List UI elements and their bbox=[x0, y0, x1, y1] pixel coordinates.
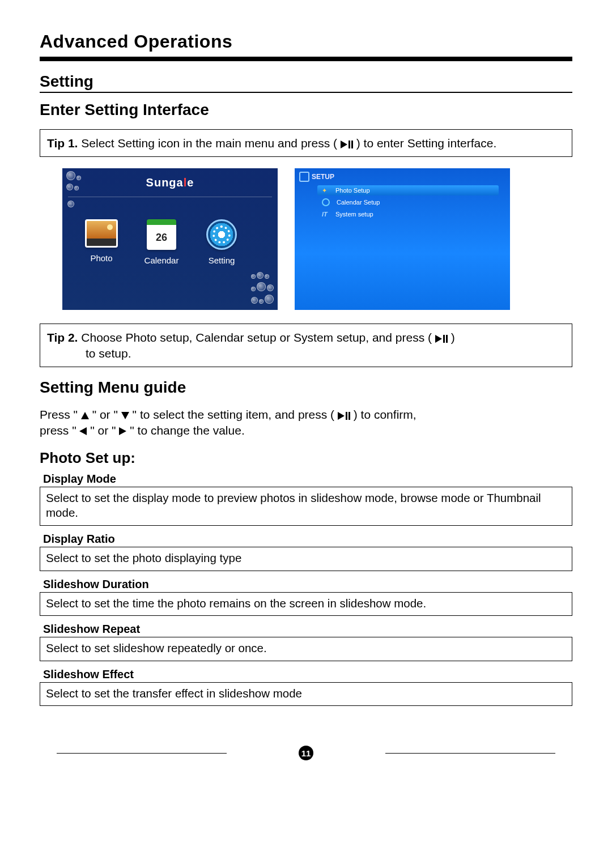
screenshots-row: Sungale Photo 26 Calendar Setting bbox=[62, 168, 572, 310]
brand-part-c: e bbox=[187, 176, 194, 189]
up-arrow-icon bbox=[81, 412, 89, 419]
mg-c: " to select the setting item, and press … bbox=[133, 408, 334, 421]
mg-f: " or " bbox=[90, 424, 116, 437]
setup-screenshot: SETUP ✦ Photo Setup Calendar Setup IT Sy… bbox=[295, 168, 510, 310]
setup-row-label: Calendar Setup bbox=[337, 199, 380, 206]
menu-label: Calendar bbox=[144, 256, 179, 265]
page-number: 11 bbox=[299, 746, 313, 760]
play-pause-icon bbox=[435, 335, 448, 343]
opt-desc-box: Select to set the photo displaying type bbox=[40, 547, 572, 571]
opt-title: Slideshow Repeat bbox=[43, 623, 572, 636]
setup-row-system: IT System setup bbox=[317, 209, 499, 219]
opt-title: Display Mode bbox=[43, 473, 572, 486]
tip-1-text-a: Select Setting icon in the main menu and… bbox=[81, 137, 337, 150]
footer-line bbox=[57, 753, 227, 754]
down-arrow-icon bbox=[121, 412, 129, 419]
tip-2-text-a: Choose Photo setup, Calendar setup or Sy… bbox=[81, 331, 432, 344]
mg-g: " to change the value. bbox=[130, 424, 244, 437]
menu-guide-text: Press " " or " " to select the setting i… bbox=[40, 407, 572, 439]
opt-title: Display Ratio bbox=[43, 533, 572, 546]
photo-icon bbox=[85, 219, 118, 248]
left-arrow-icon bbox=[79, 427, 87, 435]
page-footer: 11 bbox=[40, 746, 572, 760]
subsection-title: Enter Setting Interface bbox=[40, 101, 572, 119]
bubble-decor-icon bbox=[250, 271, 274, 307]
star-icon: ✦ bbox=[322, 187, 329, 194]
bubble-decor-icon bbox=[67, 200, 75, 210]
tip-1-text-b: ) to enter Setting interface. bbox=[356, 137, 496, 150]
opt-desc-box: Select to set the transfer effect in sli… bbox=[40, 682, 572, 707]
opt-desc-box: Select to set slideshow repeatedly or on… bbox=[40, 637, 572, 661]
tip-1-label: Tip 1. bbox=[47, 137, 78, 150]
opt-title: Slideshow Duration bbox=[43, 578, 572, 591]
menu-item-setting: Setting bbox=[199, 219, 244, 265]
tip-1-box: Tip 1. Select Setting icon in the main m… bbox=[40, 129, 572, 157]
setup-header-icon bbox=[299, 172, 309, 182]
circle-icon bbox=[322, 198, 330, 206]
play-pause-icon bbox=[341, 141, 353, 148]
menu-item-photo: Photo bbox=[79, 219, 124, 265]
section-title: Setting bbox=[40, 73, 572, 93]
tip-2-text-c: to setup. bbox=[47, 346, 565, 361]
chapter-title: Advanced Operations bbox=[40, 31, 572, 52]
menu-label: Setting bbox=[209, 256, 235, 265]
main-menu-screenshot: Sungale Photo 26 Calendar Setting bbox=[62, 168, 278, 310]
setup-row-label: Photo Setup bbox=[335, 187, 370, 194]
setup-header: SETUP bbox=[312, 173, 334, 181]
setup-row-label: System setup bbox=[335, 211, 373, 218]
bubble-decor-icon bbox=[66, 171, 82, 193]
tip-2-label: Tip 2. bbox=[47, 331, 78, 344]
photo-setup-title: Photo Set up: bbox=[40, 449, 572, 467]
opt-desc-box: Select to set the display mode to previe… bbox=[40, 487, 572, 526]
mg-d: ) to confirm, bbox=[354, 408, 416, 421]
tip-2-text-b: ) bbox=[451, 331, 455, 344]
opt-desc-box: Select to set the time the photo remains… bbox=[40, 592, 572, 616]
mg-b: " or " bbox=[92, 408, 118, 421]
play-pause-icon bbox=[338, 412, 350, 420]
calendar-icon: 26 bbox=[147, 219, 176, 250]
menu-item-calendar: 26 Calendar bbox=[139, 219, 184, 265]
divider bbox=[68, 197, 272, 197]
chapter-rule bbox=[40, 57, 572, 61]
menu-label: Photo bbox=[90, 253, 112, 263]
right-arrow-icon bbox=[119, 427, 126, 435]
mg-a: Press " bbox=[40, 408, 78, 421]
gear-icon bbox=[206, 219, 237, 250]
footer-line bbox=[385, 753, 555, 754]
menu-row: Photo 26 Calendar Setting bbox=[79, 219, 244, 265]
it-icon: IT bbox=[322, 211, 329, 218]
menu-guide-title: Setting Menu guide bbox=[40, 378, 572, 397]
opt-title: Slideshow Effect bbox=[43, 668, 572, 681]
mg-e: press " bbox=[40, 424, 76, 437]
setup-list: ✦ Photo Setup Calendar Setup IT System s… bbox=[317, 185, 499, 220]
brand-part-a: Sunga bbox=[146, 176, 184, 189]
tip-2-box: Tip 2. Choose Photo setup, Calendar setu… bbox=[40, 324, 572, 367]
brand-logo: Sungale bbox=[62, 176, 278, 189]
setup-row-calendar: Calendar Setup bbox=[317, 197, 499, 208]
setup-row-photo: ✦ Photo Setup bbox=[317, 185, 499, 195]
